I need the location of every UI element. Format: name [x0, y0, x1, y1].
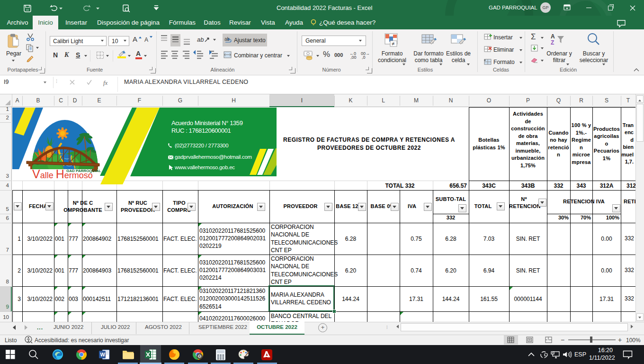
svg-text:Acuerdo Ministerial N° 1359: Acuerdo Ministerial N° 1359 [171, 119, 243, 127]
svg-text:Z: Z [551, 39, 554, 46]
svg-text:gadprvallehermoso@hotmail.com: gadprvallehermoso@hotmail.com [175, 154, 252, 160]
svg-text:≠: ≠ [392, 41, 394, 46]
svg-text:(02)2773220 / 2773300: (02)2773220 / 2773300 [175, 143, 228, 148]
svg-text:RUC : 1768120600001: RUC : 1768120600001 [171, 127, 231, 134]
svg-text:,00: ,00 [350, 55, 357, 59]
svg-text:www.vallehermoso.gob.ec: www.vallehermoso.gob.ec [174, 164, 235, 170]
svg-text:A: A [551, 33, 555, 40]
svg-text:fx: fx [103, 79, 108, 86]
svg-text:,0: ,0 [362, 55, 366, 59]
svg-text:W: W [100, 352, 106, 357]
svg-text:ab: ab [197, 36, 204, 43]
